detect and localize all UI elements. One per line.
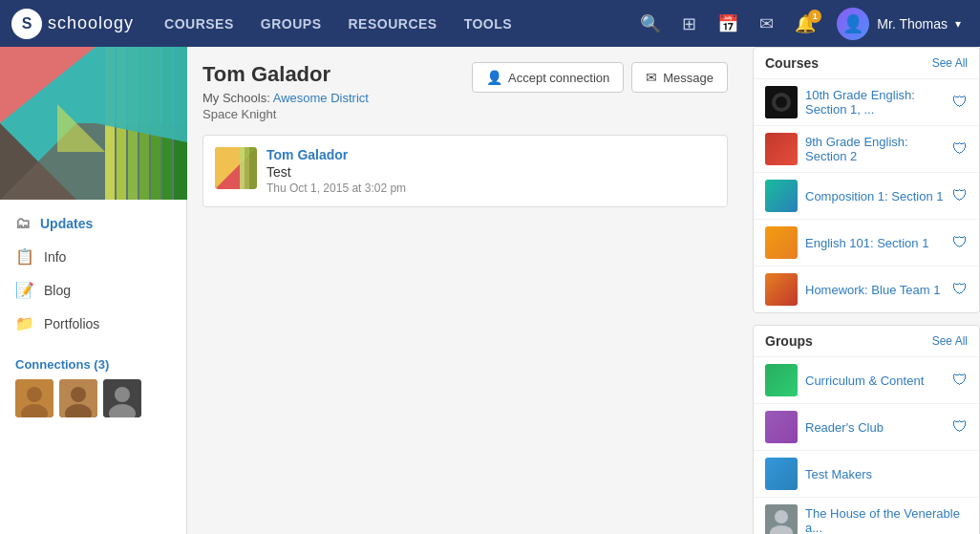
sidebar-item-blog[interactable]: 📝 Blog xyxy=(0,273,186,307)
sidebar-nav: 🗂 Updates 📋 Info 📝 Blog 📁 Portfolios xyxy=(0,200,186,348)
course-label-2[interactable]: Composition 1: Section 1 xyxy=(805,189,945,203)
profile-header: Tom Galador My Schools: Awesome District… xyxy=(202,62,728,121)
course-label-1[interactable]: 9th Grade English: Section 2 xyxy=(805,135,945,163)
avatar: 👤 xyxy=(837,8,869,40)
connections-section: Connections (3) xyxy=(0,348,186,427)
group-shield-0: 🛡 xyxy=(952,372,968,389)
logo[interactable]: S schoology xyxy=(11,9,134,39)
nav-resources[interactable]: RESOURCES xyxy=(334,0,450,47)
action-buttons: 👤 Accept connection ✉ Message xyxy=(472,62,728,93)
group-label-1[interactable]: Reader's Club xyxy=(805,420,945,435)
info-icon: 📋 xyxy=(15,247,34,266)
feed-author[interactable]: Tom Galador xyxy=(266,147,406,162)
courses-panel-header: Courses See All xyxy=(754,48,979,79)
group-label-0[interactable]: Curriculum & Content xyxy=(805,374,945,388)
svg-point-31 xyxy=(775,510,788,523)
accept-icon: 👤 xyxy=(486,70,502,85)
nav-tools[interactable]: TOOLS xyxy=(451,0,525,47)
course-shield-4: 🛡 xyxy=(952,281,968,298)
messages-button[interactable]: ✉ xyxy=(752,8,781,40)
sidebar: 🗂 Updates 📋 Info 📝 Blog 📁 Portfolios Con… xyxy=(0,47,187,534)
groups-panel-title: Groups xyxy=(765,333,813,349)
course-item-3: English 101: Section 1 🛡 xyxy=(754,220,979,267)
profile-picture xyxy=(0,47,187,200)
nav-icon-group: 🔍 ⊞ 📅 ✉ 🔔 1 👤 Mr. Thomas ▾ xyxy=(632,8,969,40)
courses-panel-title: Courses xyxy=(765,55,819,71)
courses-see-all[interactable]: See All xyxy=(932,56,968,70)
search-button[interactable]: 🔍 xyxy=(632,8,669,40)
course-thumb-0 xyxy=(765,86,798,118)
course-item-1: 9th Grade English: Section 2 🛡 xyxy=(754,126,979,173)
group-thumb-2 xyxy=(765,458,798,490)
accept-connection-button[interactable]: 👤 Accept connection xyxy=(472,62,624,93)
svg-rect-24 xyxy=(240,147,245,189)
group-thumb-0 xyxy=(765,364,798,396)
profile-name: Tom Galador xyxy=(202,62,369,87)
connection-avatar-3[interactable] xyxy=(103,379,141,417)
feed-time: Thu Oct 1, 2015 at 3:02 pm xyxy=(266,182,406,195)
group-thumb-3 xyxy=(765,504,798,534)
course-item-0: 10th Grade English: Section 1, ... 🛡 xyxy=(754,79,979,126)
sidebar-item-portfolios[interactable]: 📁 Portfolios xyxy=(0,307,186,340)
course-item-2: Composition 1: Section 1 🛡 xyxy=(754,173,979,220)
svg-point-17 xyxy=(71,387,86,402)
course-thumb-4 xyxy=(765,273,798,306)
profile-info: Tom Galador My Schools: Awesome District… xyxy=(202,62,369,121)
course-label-4[interactable]: Homework: Blue Team 1 xyxy=(805,283,945,297)
blog-icon: 📝 xyxy=(15,281,34,299)
groups-see-all[interactable]: See All xyxy=(932,334,968,348)
feed-item: Tom Galador Test Thu Oct 1, 2015 at 3:02… xyxy=(202,135,728,207)
svg-rect-25 xyxy=(245,147,249,189)
nav-courses[interactable]: COURSES xyxy=(151,0,247,47)
sidebar-item-updates[interactable]: 🗂 Updates xyxy=(0,207,186,240)
notifications-button[interactable]: 🔔 1 xyxy=(787,8,823,40)
sidebar-item-info[interactable]: 📋 Info xyxy=(0,240,186,273)
feed-text: Test xyxy=(266,164,406,180)
connection-avatar-2[interactable] xyxy=(59,379,97,417)
connection-avatar-1[interactable] xyxy=(15,379,53,417)
nav-groups[interactable]: GROUPS xyxy=(247,0,335,47)
profile-role: Space Knight xyxy=(202,107,369,121)
calendar-button[interactable]: 📅 xyxy=(710,8,746,40)
course-shield-1: 🛡 xyxy=(952,140,968,158)
content-area: Tom Galador My Schools: Awesome District… xyxy=(187,47,980,534)
connections-title: Connections (3) xyxy=(15,357,171,372)
feed-content: Tom Galador Test Thu Oct 1, 2015 at 3:02… xyxy=(266,147,406,195)
course-label-3[interactable]: English 101: Section 1 xyxy=(805,236,945,250)
portfolios-icon: 📁 xyxy=(15,314,34,332)
group-item-3: The House of the Venerable a... xyxy=(754,498,979,534)
profile-school: My Schools: Awesome District xyxy=(202,91,369,105)
course-thumb-1 xyxy=(765,133,798,165)
course-thumb-2 xyxy=(765,180,798,212)
school-link[interactable]: Awesome District xyxy=(273,91,369,105)
main-layout: 🗂 Updates 📋 Info 📝 Blog 📁 Portfolios Con… xyxy=(0,47,980,534)
groups-panel-header: Groups See All xyxy=(754,326,979,357)
course-item-4: Homework: Blue Team 1 🛡 xyxy=(754,267,979,312)
course-label-0[interactable]: 10th Grade English: Section 1, ... xyxy=(805,88,945,117)
svg-point-14 xyxy=(27,387,42,402)
message-button[interactable]: ✉ Message xyxy=(631,62,728,93)
logo-text: schoology xyxy=(48,13,134,33)
navbar: S schoology COURSES GROUPS RESOURCES TOO… xyxy=(0,0,980,47)
group-shield-1: 🛡 xyxy=(952,418,968,436)
feed-avatar xyxy=(215,147,257,189)
notification-badge: 1 xyxy=(808,10,821,23)
nav-links: COURSES GROUPS RESOURCES TOOLS xyxy=(151,0,632,47)
group-item-2: Test Makers xyxy=(754,451,979,498)
grid-button[interactable]: ⊞ xyxy=(674,8,704,40)
group-label-3[interactable]: The House of the Venerable a... xyxy=(805,506,968,534)
group-thumb-1 xyxy=(765,411,798,443)
group-item-1: Reader's Club 🛡 xyxy=(754,404,979,451)
course-shield-3: 🛡 xyxy=(952,234,968,251)
user-menu[interactable]: 👤 Mr. Thomas ▾ xyxy=(829,8,969,40)
connections-avatars xyxy=(15,379,171,417)
group-label-2[interactable]: Test Makers xyxy=(805,467,968,481)
courses-panel: Courses See All 10th Grade English: Sect… xyxy=(753,47,980,313)
group-item-0: Curriculum & Content 🛡 xyxy=(754,357,979,404)
updates-icon: 🗂 xyxy=(15,215,31,232)
svg-rect-26 xyxy=(249,147,257,189)
course-thumb-3 xyxy=(765,226,798,259)
groups-panel: Groups See All Curriculum & Content 🛡 Re… xyxy=(753,325,980,534)
svg-point-29 xyxy=(776,96,787,108)
main-content: Tom Galador My Schools: Awesome District… xyxy=(187,47,743,534)
